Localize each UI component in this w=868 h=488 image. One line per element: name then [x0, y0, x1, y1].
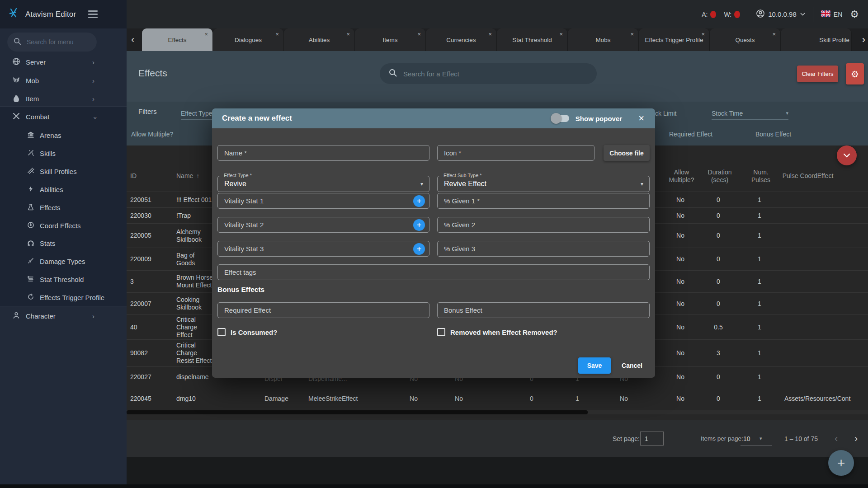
hamburger-menu-icon[interactable] [88, 10, 98, 18]
filter-bonus-effect[interactable]: Bonus Effect [755, 128, 826, 141]
close-icon[interactable]: × [488, 31, 492, 38]
effect-tags-field[interactable]: Effect tags [217, 264, 650, 280]
vitality-stat-1-field[interactable]: Vitality Stat 1 + [217, 193, 429, 209]
chevron-expanded-icon: ⌄ [92, 113, 98, 121]
add-stat-button[interactable]: + [413, 243, 425, 255]
name-field[interactable]: Name * [217, 145, 429, 161]
effect-search[interactable] [380, 63, 597, 84]
close-icon[interactable]: × [630, 31, 634, 38]
cell-num-pulses: 1 [739, 315, 780, 339]
save-button[interactable]: Save [578, 357, 611, 374]
tab-effects-trigger-profile[interactable]: Effects Trigger Profile × [639, 28, 710, 51]
sidebar-item-item[interactable]: Item › [0, 89, 127, 108]
next-page-icon[interactable]: › [854, 420, 858, 457]
server-selector[interactable]: 10.0.0.98 [756, 9, 805, 20]
close-icon[interactable]: × [701, 31, 705, 38]
vitality-stat-2-field[interactable]: Vitality Stat 2 + [217, 217, 429, 233]
column-header-pulse-coord[interactable]: Pulse CoordEffect [765, 160, 851, 192]
percent-given-3-field[interactable]: % Given 3 [437, 241, 650, 257]
bonus-effect-field[interactable]: Bonus Effect [437, 302, 650, 318]
wand-icon [26, 149, 35, 158]
sidebar-search[interactable] [7, 33, 97, 52]
close-icon[interactable]: × [772, 31, 776, 38]
sidebar-item-arenas[interactable]: Arenas [0, 126, 127, 144]
sidebar-item-character[interactable]: Character › [0, 307, 127, 325]
effect-search-input[interactable] [402, 70, 574, 78]
cell-value: 1 [559, 387, 595, 410]
close-icon[interactable]: × [559, 31, 563, 38]
settings-gear-icon[interactable]: ⚙ [850, 9, 859, 19]
close-icon[interactable]: × [346, 31, 350, 38]
filter-stock-time[interactable]: Stock Time ▾ [712, 107, 788, 120]
table-row[interactable]: 220045 dmg10 Damage MeleeStrikeEffect No… [127, 387, 868, 410]
tab-items[interactable]: Items × [355, 28, 426, 51]
set-page-input[interactable] [640, 432, 664, 446]
items-per-page-select[interactable]: 10 [743, 420, 750, 457]
mob-icon [12, 76, 21, 85]
sidebar-item-effects[interactable]: Effects [0, 198, 127, 216]
tab-quests[interactable]: Quests × [710, 28, 781, 51]
close-icon[interactable]: × [275, 31, 279, 38]
sidebar-item-mob[interactable]: Mob › [0, 71, 127, 89]
cell-id: 220027 [130, 367, 173, 387]
tabs-scroll-right-icon[interactable]: › [862, 28, 865, 51]
column-header-duration[interactable]: Duration (secs) [702, 160, 738, 192]
column-header-id[interactable]: ID [130, 160, 173, 192]
cell-allow-multiple: No [658, 208, 703, 223]
sidebar-search-input[interactable] [26, 38, 85, 46]
chevron-right-icon: › [92, 58, 94, 66]
sidebar-item-stats[interactable]: Stats [0, 234, 127, 252]
tab-currencies[interactable]: Currencies × [426, 28, 497, 51]
horizontal-scrollbar-thumb[interactable] [127, 410, 588, 414]
vitality-stat-3-field[interactable]: Vitality Stat 3 + [217, 241, 429, 257]
percent-given-1-field[interactable]: % Given 1 * [437, 193, 650, 209]
caret-down-icon: ▾ [641, 181, 643, 187]
plus-icon: + [837, 455, 845, 471]
sidebar-item-combat[interactable]: Combat ⌄ [0, 108, 127, 126]
filter-required-effect[interactable]: Required Effect [669, 128, 739, 141]
tab-skill-profile[interactable]: Skill Profile [781, 28, 852, 51]
language-selector[interactable]: EN [821, 10, 842, 19]
add-stat-button[interactable]: + [413, 219, 425, 231]
sidebar-item-stat-threshold[interactable]: Stat Threshold [0, 270, 127, 288]
caret-down-icon[interactable]: ▾ [760, 420, 762, 457]
icon-field[interactable]: Icon * [437, 145, 594, 161]
close-icon[interactable]: × [417, 31, 421, 38]
sidebar-item-abilities[interactable]: Abilities [0, 180, 127, 198]
atavism-editor-app: Atavism Editor A: W: 10.0.0.98 [0, 0, 868, 488]
effect-type-select[interactable]: Effect Type * Revive ▾ [217, 176, 429, 192]
sidebar-item-effects-trigger-profile[interactable]: Effects Trigger Profile [0, 288, 127, 306]
cell-name: dmg10 [176, 387, 215, 410]
column-header-allow-multiple[interactable]: Allow Multiple? [665, 160, 698, 192]
sidebar-item-skill-profiles[interactable]: Skill Profiles [0, 162, 127, 180]
clear-filters-button[interactable]: Clear Filters [797, 66, 838, 82]
logo-zone: Atavism Editor [0, 0, 127, 28]
show-popover-toggle[interactable] [552, 115, 569, 122]
tab-stat-threshold[interactable]: Stat Threshold × [497, 28, 568, 51]
tab-effects[interactable]: Effects × [142, 28, 213, 51]
table-settings-button[interactable]: ⚙ [846, 63, 864, 84]
cancel-button[interactable]: Cancel [618, 357, 646, 374]
add-stat-button[interactable]: + [413, 195, 425, 207]
sidebar-item-coord-effects[interactable]: Coord Effects [0, 216, 127, 235]
is-consumed-checkbox[interactable]: Is Consumed? [217, 328, 277, 336]
close-icon[interactable]: × [638, 113, 644, 123]
horizontal-scrollbar[interactable] [127, 410, 868, 414]
required-effect-field[interactable]: Required Effect [217, 302, 429, 318]
tab-dialogues[interactable]: Dialogues × [213, 28, 284, 51]
sidebar-item-damage-types[interactable]: Damage Types [0, 252, 127, 270]
close-icon[interactable]: × [204, 31, 208, 38]
choose-file-button[interactable]: Choose file [604, 145, 650, 161]
bottom-scrollbar-strip[interactable] [0, 484, 868, 488]
cell-id: 220030 [130, 208, 173, 223]
percent-given-2-field[interactable]: % Given 2 [437, 217, 650, 233]
collapse-filters-button[interactable] [837, 145, 857, 165]
tab-mobs[interactable]: Mobs × [568, 28, 639, 51]
sidebar-item-server[interactable]: Server › [0, 53, 127, 71]
sidebar-item-skills[interactable]: Skills [0, 144, 127, 162]
tabs-scroll-left-icon[interactable]: ‹ [131, 28, 134, 51]
effect-sub-type-select[interactable]: Effect Sub Type * Revive Effect ▾ [437, 176, 650, 192]
removed-when-effect-removed-checkbox[interactable]: Removed when Effect Removed? [437, 328, 557, 336]
add-effect-button[interactable]: + [828, 450, 854, 476]
tab-abilities[interactable]: Abilities × [284, 28, 355, 51]
